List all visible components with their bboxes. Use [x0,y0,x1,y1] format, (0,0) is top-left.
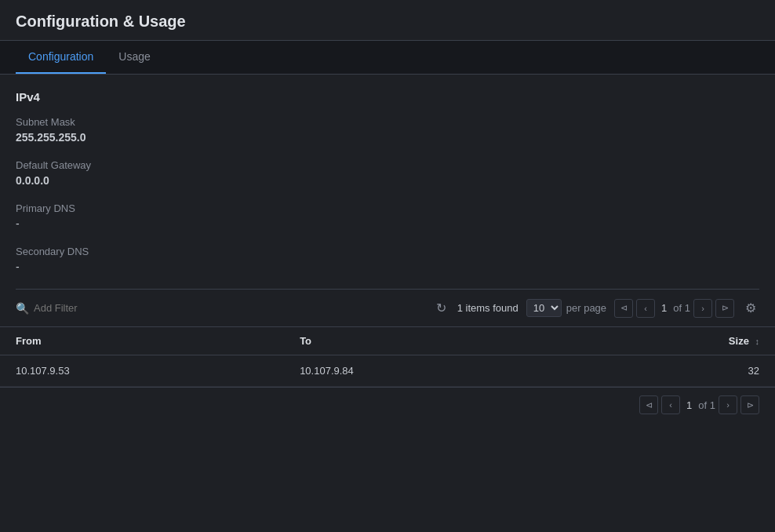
next-page-button-bottom[interactable]: › [719,395,737,414]
cell-size: 32 [568,355,775,387]
last-page-button-bottom[interactable]: ⊳ [740,395,759,414]
first-page-button-bottom[interactable]: ⊲ [639,395,658,414]
default-gateway-value: 0.0.0.0 [16,174,759,187]
search-icon: 🔍 [16,302,29,315]
section-ipv4: IPv4 [16,90,759,104]
tab-configuration[interactable]: Configuration [16,41,106,74]
table-header-row: From To Size ↕ [0,327,775,355]
last-page-button[interactable]: ⊳ [715,299,734,318]
page-of-top: of 1 [673,302,690,314]
refresh-button[interactable]: ↻ [433,297,449,319]
default-gateway-label: Default Gateway [16,159,759,171]
tabs-bar: Configuration Usage [0,41,775,75]
subnet-mask-value: 255.255.255.0 [16,131,759,144]
field-subnet-mask: Subnet Mask 255.255.255.0 [16,116,759,144]
search-input[interactable] [34,302,425,314]
page-of-bottom: of 1 [698,399,715,411]
filter-bar: 🔍 ↻ 1 items found 10 25 50 per page ⊲ ‹ … [0,290,775,327]
per-page-label: per page [566,302,606,314]
prev-page-button-bottom[interactable]: ‹ [661,395,680,414]
page-title: Configuration & Usage [16,13,759,31]
page-header: Configuration & Usage [0,0,775,41]
first-page-button[interactable]: ⊲ [614,299,633,318]
table-row: 10.107.9.53 10.107.9.84 32 [0,355,775,387]
col-header-to: To [284,327,568,355]
filter-search-area: 🔍 [16,302,425,315]
col-header-from: From [0,327,284,355]
tab-usage[interactable]: Usage [106,41,162,74]
primary-dns-label: Primary DNS [16,202,759,214]
pagination-top: ⊲ ‹ 1 of 1 › ⊳ [614,299,734,318]
table-settings-button[interactable]: ⚙ [742,297,759,319]
cell-from: 10.107.9.53 [0,355,284,387]
secondary-dns-label: Secondary DNS [16,246,759,257]
secondary-dns-value: - [16,261,759,273]
content-area: IPv4 Subnet Mask 255.255.255.0 Default G… [0,75,775,290]
pagination-bottom: ⊲ ‹ 1 of 1 › ⊳ [0,387,775,422]
next-page-button[interactable]: › [693,299,712,318]
page-current-top: 1 [658,302,670,314]
per-page-section: 10 25 50 per page [526,299,606,317]
col-header-size: Size ↕ [568,327,775,355]
items-found: 1 items found [457,302,518,314]
size-sort-icon[interactable]: ↕ [755,337,760,346]
page-current-bottom: 1 [683,399,695,411]
prev-page-button[interactable]: ‹ [636,299,655,318]
primary-dns-value: - [16,217,759,230]
field-primary-dns: Primary DNS - [16,202,759,230]
cell-to: 10.107.9.84 [284,355,568,387]
field-default-gateway: Default Gateway 0.0.0.0 [16,159,759,187]
subnet-mask-label: Subnet Mask [16,116,759,128]
per-page-select[interactable]: 10 25 50 [526,299,562,317]
field-secondary-dns: Secondary DNS - [16,246,759,273]
data-table: From To Size ↕ 10.107.9.53 10.107.9.84 3… [0,327,775,387]
